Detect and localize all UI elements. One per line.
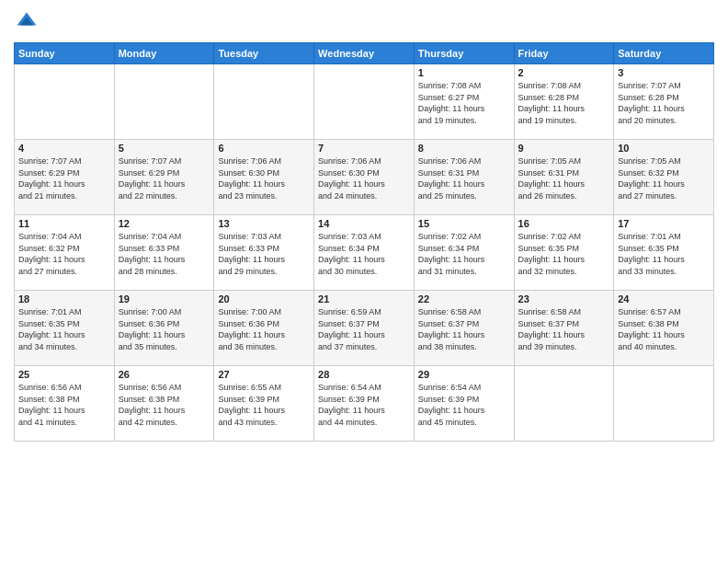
calendar-cell: 21Sunrise: 6:59 AMSunset: 6:37 PMDayligh… <box>314 291 415 366</box>
calendar-weekday-tuesday: Tuesday <box>214 43 314 64</box>
day-number: 14 <box>318 218 410 229</box>
calendar-weekday-wednesday: Wednesday <box>314 43 415 64</box>
calendar-cell: 28Sunrise: 6:54 AMSunset: 6:39 PMDayligh… <box>314 366 415 442</box>
calendar-weekday-sunday: Sunday <box>15 43 115 64</box>
day-number: 6 <box>218 143 310 154</box>
calendar-table: SundayMondayTuesdayWednesdayThursdayFrid… <box>14 42 714 442</box>
day-number: 25 <box>18 369 110 380</box>
day-info: Sunrise: 6:55 AMSunset: 6:39 PMDaylight:… <box>218 382 310 428</box>
calendar-cell: 16Sunrise: 7:02 AMSunset: 6:35 PMDayligh… <box>514 215 614 291</box>
page-header <box>14 9 714 35</box>
day-info: Sunrise: 6:59 AMSunset: 6:37 PMDaylight:… <box>318 306 410 352</box>
calendar-cell: 13Sunrise: 7:03 AMSunset: 6:33 PMDayligh… <box>214 215 314 291</box>
day-info: Sunrise: 7:06 AMSunset: 6:30 PMDaylight:… <box>218 155 310 201</box>
calendar-cell: 22Sunrise: 6:58 AMSunset: 6:37 PMDayligh… <box>414 291 514 366</box>
day-number: 28 <box>318 369 410 380</box>
calendar-cell: 26Sunrise: 6:56 AMSunset: 6:38 PMDayligh… <box>114 366 214 442</box>
day-number: 9 <box>518 143 610 154</box>
calendar-cell: 29Sunrise: 6:54 AMSunset: 6:39 PMDayligh… <box>414 366 514 442</box>
day-number: 17 <box>618 218 710 229</box>
calendar-weekday-friday: Friday <box>514 43 614 64</box>
day-info: Sunrise: 7:04 AMSunset: 6:32 PMDaylight:… <box>18 231 110 277</box>
day-info: Sunrise: 7:07 AMSunset: 6:28 PMDaylight:… <box>618 80 710 126</box>
calendar-cell <box>15 64 115 140</box>
calendar-cell: 18Sunrise: 7:01 AMSunset: 6:35 PMDayligh… <box>15 291 115 366</box>
calendar-cell: 20Sunrise: 7:00 AMSunset: 6:36 PMDayligh… <box>214 291 314 366</box>
day-info: Sunrise: 6:56 AMSunset: 6:38 PMDaylight:… <box>119 382 210 428</box>
day-number: 8 <box>418 143 510 154</box>
day-info: Sunrise: 7:03 AMSunset: 6:34 PMDaylight:… <box>318 231 410 277</box>
calendar-cell: 23Sunrise: 6:58 AMSunset: 6:37 PMDayligh… <box>514 291 614 366</box>
calendar-cell <box>614 366 714 442</box>
day-number: 15 <box>418 218 510 229</box>
day-info: Sunrise: 7:06 AMSunset: 6:31 PMDaylight:… <box>418 155 510 201</box>
calendar-cell <box>514 366 614 442</box>
day-info: Sunrise: 7:08 AMSunset: 6:27 PMDaylight:… <box>418 80 510 126</box>
day-number: 24 <box>618 293 710 304</box>
calendar-cell: 2Sunrise: 7:08 AMSunset: 6:28 PMDaylight… <box>514 64 614 140</box>
calendar-cell: 15Sunrise: 7:02 AMSunset: 6:34 PMDayligh… <box>414 215 514 291</box>
day-number: 11 <box>18 218 110 229</box>
day-number: 27 <box>218 369 310 380</box>
calendar-cell: 8Sunrise: 7:06 AMSunset: 6:31 PMDaylight… <box>414 140 514 215</box>
day-info: Sunrise: 7:02 AMSunset: 6:34 PMDaylight:… <box>418 231 510 277</box>
calendar-cell: 14Sunrise: 7:03 AMSunset: 6:34 PMDayligh… <box>314 215 415 291</box>
logo <box>14 9 43 35</box>
calendar-cell: 4Sunrise: 7:07 AMSunset: 6:29 PMDaylight… <box>15 140 115 215</box>
day-number: 3 <box>618 67 710 78</box>
day-number: 2 <box>518 67 610 78</box>
day-number: 10 <box>618 143 710 154</box>
day-number: 23 <box>518 293 610 304</box>
day-info: Sunrise: 7:06 AMSunset: 6:30 PMDaylight:… <box>318 155 410 201</box>
calendar-cell: 6Sunrise: 7:06 AMSunset: 6:30 PMDaylight… <box>214 140 314 215</box>
day-info: Sunrise: 7:07 AMSunset: 6:29 PMDaylight:… <box>18 155 110 201</box>
calendar-week-row: 11Sunrise: 7:04 AMSunset: 6:32 PMDayligh… <box>15 215 714 291</box>
day-info: Sunrise: 7:01 AMSunset: 6:35 PMDaylight:… <box>618 231 710 277</box>
day-info: Sunrise: 7:07 AMSunset: 6:29 PMDaylight:… <box>119 155 210 201</box>
calendar-cell <box>314 64 415 140</box>
day-info: Sunrise: 7:02 AMSunset: 6:35 PMDaylight:… <box>518 231 610 277</box>
calendar-cell: 25Sunrise: 6:56 AMSunset: 6:38 PMDayligh… <box>15 366 115 442</box>
calendar-cell: 12Sunrise: 7:04 AMSunset: 6:33 PMDayligh… <box>114 215 214 291</box>
day-info: Sunrise: 7:00 AMSunset: 6:36 PMDaylight:… <box>218 306 310 352</box>
calendar-cell: 10Sunrise: 7:05 AMSunset: 6:32 PMDayligh… <box>614 140 714 215</box>
calendar-week-row: 25Sunrise: 6:56 AMSunset: 6:38 PMDayligh… <box>15 366 714 442</box>
calendar-weekday-saturday: Saturday <box>614 43 714 64</box>
day-number: 13 <box>218 218 310 229</box>
day-number: 29 <box>418 369 510 380</box>
calendar-cell: 17Sunrise: 7:01 AMSunset: 6:35 PMDayligh… <box>614 215 714 291</box>
calendar-cell <box>214 64 314 140</box>
day-info: Sunrise: 7:00 AMSunset: 6:36 PMDaylight:… <box>119 306 210 352</box>
day-info: Sunrise: 7:08 AMSunset: 6:28 PMDaylight:… <box>518 80 610 126</box>
day-info: Sunrise: 6:58 AMSunset: 6:37 PMDaylight:… <box>518 306 610 352</box>
day-info: Sunrise: 7:04 AMSunset: 6:33 PMDaylight:… <box>119 231 210 277</box>
calendar-cell: 9Sunrise: 7:05 AMSunset: 6:31 PMDaylight… <box>514 140 614 215</box>
calendar-cell: 3Sunrise: 7:07 AMSunset: 6:28 PMDaylight… <box>614 64 714 140</box>
calendar-week-row: 18Sunrise: 7:01 AMSunset: 6:35 PMDayligh… <box>15 291 714 366</box>
calendar-cell <box>114 64 214 140</box>
day-number: 12 <box>119 218 210 229</box>
day-info: Sunrise: 6:54 AMSunset: 6:39 PMDaylight:… <box>318 382 410 428</box>
day-info: Sunrise: 6:54 AMSunset: 6:39 PMDaylight:… <box>418 382 510 428</box>
calendar-header-row: SundayMondayTuesdayWednesdayThursdayFrid… <box>15 43 714 64</box>
calendar-cell: 24Sunrise: 6:57 AMSunset: 6:38 PMDayligh… <box>614 291 714 366</box>
calendar-cell: 11Sunrise: 7:04 AMSunset: 6:32 PMDayligh… <box>15 215 115 291</box>
calendar-cell: 19Sunrise: 7:00 AMSunset: 6:36 PMDayligh… <box>114 291 214 366</box>
calendar-weekday-thursday: Thursday <box>414 43 514 64</box>
day-info: Sunrise: 7:01 AMSunset: 6:35 PMDaylight:… <box>18 306 110 352</box>
day-number: 18 <box>18 293 110 304</box>
calendar-weekday-monday: Monday <box>114 43 214 64</box>
calendar-cell: 27Sunrise: 6:55 AMSunset: 6:39 PMDayligh… <box>214 366 314 442</box>
day-number: 20 <box>218 293 310 304</box>
day-info: Sunrise: 7:05 AMSunset: 6:32 PMDaylight:… <box>618 155 710 201</box>
calendar-cell: 5Sunrise: 7:07 AMSunset: 6:29 PMDaylight… <box>114 140 214 215</box>
day-number: 16 <box>518 218 610 229</box>
day-number: 1 <box>418 67 510 78</box>
calendar-week-row: 1Sunrise: 7:08 AMSunset: 6:27 PMDaylight… <box>15 64 714 140</box>
calendar-cell: 7Sunrise: 7:06 AMSunset: 6:30 PMDaylight… <box>314 140 415 215</box>
calendar-week-row: 4Sunrise: 7:07 AMSunset: 6:29 PMDaylight… <box>15 140 714 215</box>
day-number: 7 <box>318 143 410 154</box>
day-number: 21 <box>318 293 410 304</box>
logo-icon <box>14 9 40 35</box>
day-number: 26 <box>119 369 210 380</box>
